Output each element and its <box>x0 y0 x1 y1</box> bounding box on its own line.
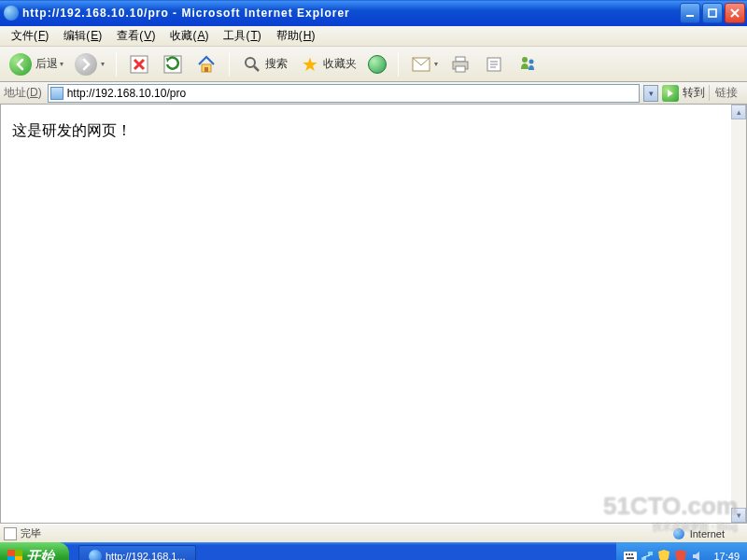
go-label: 转到 <box>683 85 705 101</box>
svg-rect-5 <box>204 67 208 72</box>
start-label: 开始 <box>26 548 54 561</box>
home-button[interactable] <box>191 50 221 78</box>
taskbar-item-ie[interactable]: http://192.168.1... <box>78 545 196 560</box>
ie-icon <box>89 550 102 560</box>
svg-rect-0 <box>686 15 694 17</box>
menu-edit[interactable]: 编辑(E) <box>56 26 109 46</box>
svg-point-16 <box>529 59 534 63</box>
forward-icon <box>75 53 97 76</box>
windows-flag-icon <box>7 550 22 560</box>
menu-favorites[interactable]: 收藏(A) <box>162 26 216 46</box>
toolbar: 后退 ▾ ▾ 搜索 ★ 收藏夹 <box>0 47 747 82</box>
toolbar-separator <box>116 52 117 77</box>
windows-flag-icon <box>726 28 745 45</box>
menu-tools[interactable]: 工具(T) <box>216 26 268 46</box>
addressbar: 地址(D) ▾ 转到 链接 <box>0 82 747 105</box>
svg-rect-8 <box>456 57 465 62</box>
scroll-up-button[interactable]: ▴ <box>731 105 746 119</box>
toolbar-separator <box>398 52 399 77</box>
page-icon <box>4 527 17 540</box>
statusbar: 完毕 Internet <box>0 524 747 542</box>
start-button[interactable]: 开始 <box>0 542 69 560</box>
star-icon: ★ <box>299 53 321 76</box>
print-icon <box>449 53 472 76</box>
refresh-button[interactable] <box>158 50 188 78</box>
links-label[interactable]: 链接 <box>709 85 743 101</box>
chevron-down-icon: ▾ <box>101 60 105 68</box>
menu-help[interactable]: 帮助(H) <box>269 26 323 46</box>
messenger-button[interactable] <box>513 50 543 78</box>
ie-icon <box>4 6 19 21</box>
clock[interactable]: 17:49 <box>713 551 740 560</box>
print-button[interactable] <box>445 50 475 78</box>
maximize-button[interactable] <box>702 3 723 23</box>
svg-point-6 <box>246 58 255 67</box>
search-icon <box>241 53 263 76</box>
mail-icon <box>410 53 432 76</box>
status-text: 完毕 <box>21 526 41 540</box>
taskbar-item-label: http://192.168.1... <box>106 551 186 560</box>
stop-icon <box>128 53 150 76</box>
menu-view[interactable]: 查看(V) <box>109 26 162 46</box>
search-label: 搜索 <box>265 56 288 72</box>
svg-rect-18 <box>626 553 627 555</box>
svg-rect-10 <box>456 66 465 72</box>
page-text: 这是研发的网页！ <box>12 122 132 138</box>
taskbar: 开始 http://192.168.1... 17:49 <box>0 542 747 560</box>
vertical-scrollbar[interactable]: ▴ ▾ <box>731 105 746 523</box>
mail-button[interactable]: ▾ <box>406 50 442 78</box>
page-icon <box>50 87 63 100</box>
page-body: 这是研发的网页！ <box>1 105 746 158</box>
back-label: 后退 <box>35 56 58 72</box>
svg-rect-23 <box>648 552 653 555</box>
home-icon <box>195 53 218 76</box>
svg-rect-21 <box>627 557 634 559</box>
edit-icon <box>483 53 505 76</box>
back-button[interactable]: 后退 ▾ <box>6 50 67 78</box>
volume-icon[interactable] <box>691 550 704 560</box>
toolbar-separator <box>229 52 230 77</box>
menu-file[interactable]: 文件(F) <box>4 26 56 46</box>
chevron-down-icon: ▾ <box>434 60 438 68</box>
address-dropdown-button[interactable]: ▾ <box>643 85 658 102</box>
system-tray: 17:49 <box>616 542 747 560</box>
refresh-icon <box>162 53 184 76</box>
viewport: 这是研发的网页！ ▴ ▾ <box>0 105 747 524</box>
forward-button[interactable]: ▾ <box>71 50 108 78</box>
back-icon <box>9 53 32 76</box>
zone-label: Internet <box>690 528 725 539</box>
address-field-wrap <box>48 84 640 103</box>
globe-icon <box>673 528 684 539</box>
favorites-label: 收藏夹 <box>323 56 357 72</box>
minimize-button[interactable] <box>680 3 700 23</box>
search-button[interactable]: 搜索 <box>237 50 291 78</box>
window-titlebar: http://192.168.10.10/pro - Microsoft Int… <box>0 0 747 26</box>
chevron-down-icon: ▾ <box>60 60 63 68</box>
svg-rect-20 <box>631 553 633 555</box>
address-label: 地址(D) <box>4 85 42 101</box>
security-alert-icon[interactable] <box>674 550 687 560</box>
edit-button[interactable] <box>479 50 509 78</box>
messenger-icon <box>516 53 539 76</box>
svg-rect-1 <box>709 9 716 17</box>
window-title: http://192.168.10.10/pro - Microsoft Int… <box>22 7 680 20</box>
keyboard-icon[interactable] <box>624 550 637 560</box>
network-icon[interactable] <box>641 550 654 560</box>
close-button[interactable] <box>725 3 745 23</box>
go-button[interactable] <box>662 85 679 102</box>
history-button[interactable] <box>364 50 390 78</box>
history-icon <box>368 55 387 74</box>
address-input[interactable] <box>67 87 637 100</box>
favorites-button[interactable]: ★ 收藏夹 <box>295 50 360 78</box>
menubar: 文件(F) 编辑(E) 查看(V) 收藏(A) 工具(T) 帮助(H) <box>0 26 747 47</box>
scroll-down-button[interactable]: ▾ <box>731 508 746 523</box>
svg-rect-19 <box>628 553 630 555</box>
svg-point-15 <box>522 57 528 63</box>
stop-button[interactable] <box>124 50 154 78</box>
shield-icon[interactable] <box>657 550 670 560</box>
